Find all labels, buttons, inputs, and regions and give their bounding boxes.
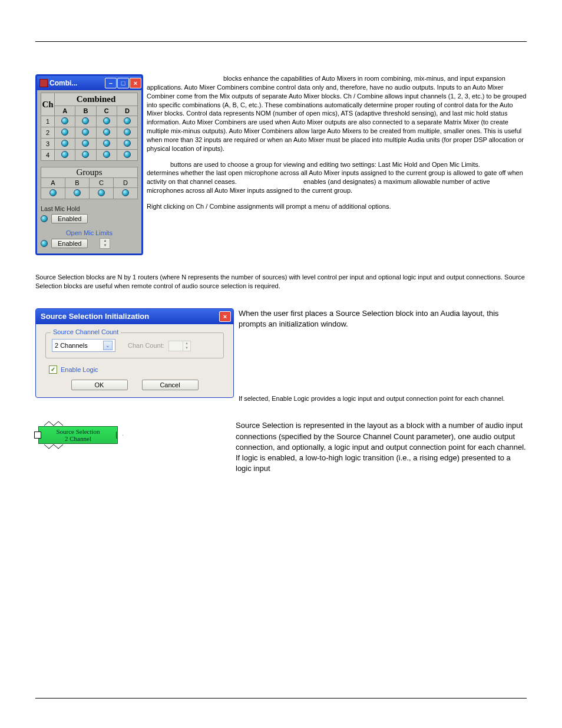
maximize-button[interactable]: □ (117, 78, 129, 88)
chevron-up-icon: ▲ (183, 341, 190, 346)
row-label: 3 (41, 139, 55, 150)
groups-header: Groups (41, 167, 138, 178)
cell[interactable] (117, 116, 137, 127)
groups-header-row: A B C D (41, 178, 138, 188)
output-port-icon (116, 431, 123, 439)
col-d: D (117, 106, 137, 116)
ssi-titlebar[interactable]: Source Selection Initialization × (36, 309, 233, 324)
group-col: A (41, 178, 65, 187)
open-mic-limits-row: Enabled ▲▼ (41, 238, 138, 249)
cell[interactable] (55, 127, 75, 139)
group-cell[interactable] (65, 188, 89, 199)
cell[interactable] (55, 139, 75, 150)
cell[interactable] (96, 127, 117, 139)
top-rule (35, 41, 527, 42)
chan-count-field[interactable]: ▲▼ (168, 341, 191, 351)
cell[interactable] (55, 150, 75, 161)
zigzag-top-icon (38, 420, 118, 426)
cell[interactable] (117, 127, 137, 139)
ssi-side-column: When the user first places a Source Sele… (239, 308, 527, 403)
cell[interactable] (75, 116, 96, 127)
status-dot-icon (41, 215, 48, 222)
cell[interactable] (96, 116, 117, 127)
status-dot-icon (41, 240, 48, 247)
paragraph-column: blocks enhance the capabilities of Auto … (147, 74, 527, 255)
source-selection-intro: Source Selection blocks are N by 1 route… (35, 273, 527, 291)
groups-radio-row (41, 188, 138, 199)
radio-icon (122, 189, 129, 196)
group-cell[interactable] (41, 188, 65, 199)
col-c: C (96, 106, 117, 116)
input-port-icon (34, 431, 41, 439)
zigzag-bottom-icon (38, 444, 118, 450)
radio-icon (98, 189, 105, 196)
checkbox-icon: ✓ (49, 365, 57, 374)
radio-icon (124, 140, 131, 147)
radio-icon (103, 129, 110, 136)
group-cell[interactable] (113, 188, 137, 199)
enable-logic-label: Enable Logic (61, 366, 98, 373)
close-button[interactable]: × (130, 78, 141, 88)
enabled-button[interactable]: Enabled (51, 239, 88, 248)
radio-icon (74, 189, 81, 196)
cell[interactable] (75, 139, 96, 150)
radio-icon (61, 151, 68, 158)
col-a: A (55, 106, 75, 116)
cell[interactable] (117, 139, 137, 150)
source-channel-count-fieldset: Source Channel Count 2 Channels ⌄ Chan C… (45, 332, 224, 358)
radio-icon (61, 140, 68, 147)
radio-icon (103, 140, 110, 147)
radio-icon (82, 140, 89, 147)
group-col: C (89, 178, 113, 187)
ssi-dialog: Source Selection Initialization × Source… (35, 308, 234, 398)
enabled-button[interactable]: Enabled (51, 214, 88, 223)
cell[interactable] (117, 150, 137, 161)
ok-button[interactable]: OK (71, 380, 128, 390)
combi-titlebar[interactable]: Combi... – □ × (37, 76, 141, 90)
channel-count-combo[interactable]: 2 Channels ⌄ (52, 339, 115, 352)
block-line1: Source Selection (39, 428, 117, 435)
radio-icon (49, 189, 57, 196)
cancel-button[interactable]: Cancel (142, 380, 199, 390)
ssi-title-text: Source Selection Initialization (38, 312, 219, 321)
combined-table: Ch Combined A B C D 1 2 3 4 (41, 93, 138, 161)
radio-icon (103, 117, 110, 124)
spinner[interactable]: ▲▼ (183, 341, 190, 351)
combined-header: Combined (55, 93, 138, 106)
radio-icon (103, 151, 110, 158)
block-body: Source Selection 2 Channel (38, 426, 118, 444)
chevron-down-icon: ▼ (183, 346, 190, 351)
cell[interactable] (75, 150, 96, 161)
block-side-text: Source Selection is represented in the l… (236, 420, 527, 474)
ssi-note: If selected, Enable Logic provides a log… (239, 394, 527, 403)
app-icon (39, 79, 48, 87)
combi-title-text: Combi... (49, 79, 104, 87)
chevron-down-icon: ⌄ (103, 341, 113, 350)
paragraph-3: Right clicking on Ch / Combine assignmen… (147, 202, 527, 211)
chan-count-label: Chan Count: (128, 342, 164, 349)
radio-icon (124, 117, 131, 124)
cell[interactable] (55, 116, 75, 127)
radio-icon (61, 129, 68, 136)
radio-icon (61, 117, 68, 124)
chevron-down-icon: ▼ (100, 243, 110, 248)
close-button[interactable]: × (219, 311, 231, 322)
group-cell[interactable] (89, 188, 113, 199)
row-label: 1 (41, 116, 55, 127)
group-col: B (65, 178, 89, 187)
radio-icon (124, 151, 131, 158)
cell[interactable] (96, 139, 117, 150)
group-col: D (113, 178, 137, 187)
cell[interactable] (96, 150, 117, 161)
cell[interactable] (75, 127, 96, 139)
spinner[interactable]: ▲▼ (100, 238, 110, 249)
source-selection-block[interactable]: Source Selection 2 Channel (38, 420, 118, 450)
open-mic-limits-label: Open Mic Limits (41, 229, 138, 236)
combo-value: 2 Channels (55, 342, 88, 349)
enable-logic-row[interactable]: ✓ Enable Logic (49, 365, 224, 374)
block-line2: 2 Channel (39, 435, 117, 442)
radio-icon (124, 129, 131, 136)
row-label: 4 (41, 150, 55, 161)
row-label: 2 (41, 127, 55, 139)
minimize-button[interactable]: – (105, 78, 117, 88)
